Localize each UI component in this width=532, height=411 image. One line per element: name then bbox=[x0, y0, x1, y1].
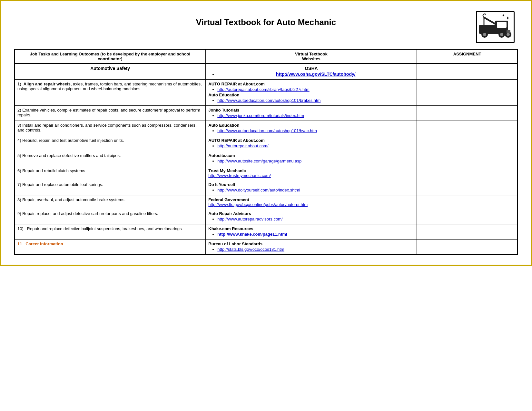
table-header-row: Job Tasks and Learning Outcomes (to be d… bbox=[15, 49, 517, 64]
resource-2: Jonko Tutorials http://www.jonko.com/for… bbox=[206, 106, 417, 121]
table-row: 9) Repair, replace, and adjust defective… bbox=[15, 209, 517, 224]
task-7-text: 7) Repair and replace automobile leaf sp… bbox=[17, 182, 103, 187]
resource-7-link[interactable]: http://www.doityourself.com/auto/index.s… bbox=[217, 188, 300, 192]
resource-5-links: http://www.autosite.com/garage/garmenu.a… bbox=[208, 159, 414, 163]
svg-point-10 bbox=[507, 33, 510, 36]
task-3: 3) Install and repair air conditioners, … bbox=[15, 121, 206, 136]
resource-8-name: Federal Government bbox=[208, 197, 249, 202]
task-4: 4) Rebuild, repair, and test automotive … bbox=[15, 136, 206, 151]
resource-5-name: Autosite.com bbox=[208, 153, 235, 158]
col-header-assignment: ASSIGNMENT bbox=[417, 49, 517, 64]
assignment-1 bbox=[417, 80, 517, 106]
table-row: 5) Remove and replace defective mufflers… bbox=[15, 151, 517, 166]
assignment-10 bbox=[417, 224, 517, 240]
resource-11-name: Bureau of Labor Standards bbox=[208, 241, 262, 246]
table-row: 3) Install and repair air conditioners, … bbox=[15, 121, 517, 136]
osha-label: OSHA bbox=[305, 66, 318, 71]
assignment-3 bbox=[417, 121, 517, 136]
resource-11: Bureau of Labor Standards http://stats.b… bbox=[206, 240, 417, 255]
resource-2-link[interactable]: http://www.jonko.com/forum/tutorials/ind… bbox=[217, 113, 304, 118]
resource-4-links: http://autorepair.about.com/ bbox=[208, 143, 414, 148]
resource-11-link[interactable]: http://stats.bls.gov/oco/ocos181.htm bbox=[217, 247, 284, 252]
resource-10-link[interactable]: http://www.khake.com/page11.html bbox=[217, 232, 287, 237]
task-1-bold: Align and repair wheels, bbox=[24, 82, 72, 86]
col-header-tasks: Job Tasks and Learning Outcomes (to be d… bbox=[15, 49, 206, 64]
svg-point-6 bbox=[483, 33, 486, 36]
resource-10-name: Khake.com Resources bbox=[208, 226, 253, 231]
task-1: 1) Align and repair wheels, axles, frame… bbox=[15, 80, 206, 106]
task-5-text: 5) Remove and replace defective mufflers… bbox=[17, 153, 121, 158]
page-wrapper: Virtual Textbook for Auto Mechanic bbox=[8, 8, 524, 258]
resource-9-links: http://www.autorepairadvisors.com/ bbox=[208, 217, 414, 221]
svg-text:✦: ✦ bbox=[502, 14, 505, 17]
task-11: 11. Career Information bbox=[15, 240, 206, 255]
assignment-7 bbox=[417, 180, 517, 195]
svg-point-8 bbox=[500, 33, 503, 36]
task-9-text: 9) Repair, replace, and adjust defective… bbox=[17, 211, 158, 216]
resource-1: AUTO REPAIR at About.com http://autorepa… bbox=[206, 80, 417, 106]
resource-1-name: AUTO REPAIR at About.com bbox=[208, 82, 265, 86]
task-10-text: 10) Repair and replace defective balljoi… bbox=[17, 226, 182, 231]
assignment-11 bbox=[417, 240, 517, 255]
resource-4-name: AUTO REPAIR at About.com bbox=[208, 138, 265, 143]
resource-1-links: http://autorepair.about.com/library/faqs… bbox=[208, 87, 414, 92]
resource-4-link[interactable]: http://autorepair.about.com/ bbox=[217, 143, 268, 148]
task-5: 5) Remove and replace defective mufflers… bbox=[15, 151, 206, 166]
task-2: 2) Examine vehicles, compile estimates o… bbox=[15, 106, 206, 121]
page-title: Virtual Textbook for Auto Mechanic bbox=[56, 17, 476, 27]
section-header-tasks: Automotive Safety bbox=[15, 64, 206, 80]
resource-2-name: Jonko Tutorials bbox=[208, 108, 239, 113]
table-row: 1) Align and repair wheels, axles, frame… bbox=[15, 80, 517, 106]
table-row: 4) Rebuild, repair, and test automotive … bbox=[15, 136, 517, 151]
resource-1-links2: http://www.autoeducation.com/autoshop101… bbox=[208, 98, 414, 103]
table-row: 7) Repair and replace automobile leaf sp… bbox=[15, 180, 517, 195]
tow-truck-icon: ✦ ✦ bbox=[476, 11, 515, 43]
resource-10-links: http://www.khake.com/page11.html bbox=[208, 232, 414, 237]
svg-line-3 bbox=[484, 17, 497, 25]
assignment-4 bbox=[417, 136, 517, 151]
resource-6-name: Trust My Mechanic bbox=[208, 168, 246, 173]
task-8-text: 8) Repair, overhaul, and adjust automobi… bbox=[17, 197, 125, 202]
table-row: 2) Examine vehicles, compile estimates o… bbox=[15, 106, 517, 121]
resource-8-link[interactable]: http://www.ftc.gov/bcp/conline/pubs/auto… bbox=[208, 202, 414, 207]
table-row: 11. Career Information Bureau of Labor S… bbox=[15, 240, 517, 255]
resource-3-link[interactable]: http://www.autoeducation.com/autoshop101… bbox=[217, 128, 317, 133]
resource-6-link[interactable]: http://www.trustmymechanic.com/ bbox=[208, 173, 414, 178]
osha-links: http://www.osha.gov/SLTC/autobody/ bbox=[208, 72, 414, 77]
resource-11-links: http://stats.bls.gov/oco/ocos181.htm bbox=[208, 247, 414, 252]
osha-link[interactable]: http://www.osha.gov/SLTC/autobody/ bbox=[276, 72, 356, 77]
career-info-label: 11. Career Information bbox=[17, 241, 63, 246]
resource-5-link[interactable]: http://www.autosite.com/garage/garmenu.a… bbox=[217, 159, 301, 163]
task-10: 10) Repair and replace defective balljoi… bbox=[15, 224, 206, 240]
resource-9-name: Auto Repair Advisors bbox=[208, 211, 251, 216]
assignment-2 bbox=[417, 106, 517, 121]
resource-1-link2[interactable]: http://www.autoeducation.com/autoshop101… bbox=[217, 98, 320, 103]
assignment-5 bbox=[417, 151, 517, 166]
svg-rect-11 bbox=[507, 30, 510, 33]
task-1-num: 1) Align and repair wheels, axles, frame… bbox=[17, 82, 202, 91]
resource-6: Trust My Mechanic http://www.trustmymech… bbox=[206, 166, 417, 180]
resource-1-link1[interactable]: http://autorepair.about.com/library/faqs… bbox=[217, 87, 309, 92]
task-3-text: 3) Install and repair air conditioners, … bbox=[17, 123, 197, 132]
section-header-row: Automotive Safety OSHA http://www.osha.g… bbox=[15, 64, 517, 80]
task-4-text: 4) Rebuild, repair, and test automotive … bbox=[17, 138, 124, 143]
automotive-safety-label: Automotive Safety bbox=[90, 66, 130, 71]
table-row: 8) Repair, overhaul, and adjust automobi… bbox=[15, 195, 517, 209]
svg-text:✦: ✦ bbox=[506, 15, 510, 21]
tow-truck-svg: ✦ ✦ bbox=[478, 13, 513, 42]
resource-4: AUTO REPAIR at About.com http://autorepa… bbox=[206, 136, 417, 151]
task-9: 9) Repair, replace, and adjust defective… bbox=[15, 209, 206, 224]
resource-8: Federal Government http://www.ftc.gov/bc… bbox=[206, 195, 417, 209]
resource-9-link[interactable]: http://www.autorepairadvisors.com/ bbox=[217, 217, 282, 221]
col-header-websites: Virtual TextbookWebsites bbox=[206, 49, 417, 64]
resource-3-name: Auto Education bbox=[208, 123, 239, 128]
assignment-6 bbox=[417, 166, 517, 180]
main-table: Job Tasks and Learning Outcomes (to be d… bbox=[14, 49, 518, 255]
resource-5: Autosite.com http://www.autosite.com/gar… bbox=[206, 151, 417, 166]
resource-2-links: http://www.jonko.com/forum/tutorials/ind… bbox=[208, 113, 414, 118]
task-2-text: 2) Examine vehicles, compile estimates o… bbox=[17, 108, 200, 117]
section-header-websites: OSHA http://www.osha.gov/SLTC/autobody/ bbox=[206, 64, 417, 80]
assignment-8 bbox=[417, 195, 517, 209]
svg-rect-2 bbox=[497, 22, 507, 28]
resource-10: Khake.com Resources http://www.khake.com… bbox=[206, 224, 417, 240]
